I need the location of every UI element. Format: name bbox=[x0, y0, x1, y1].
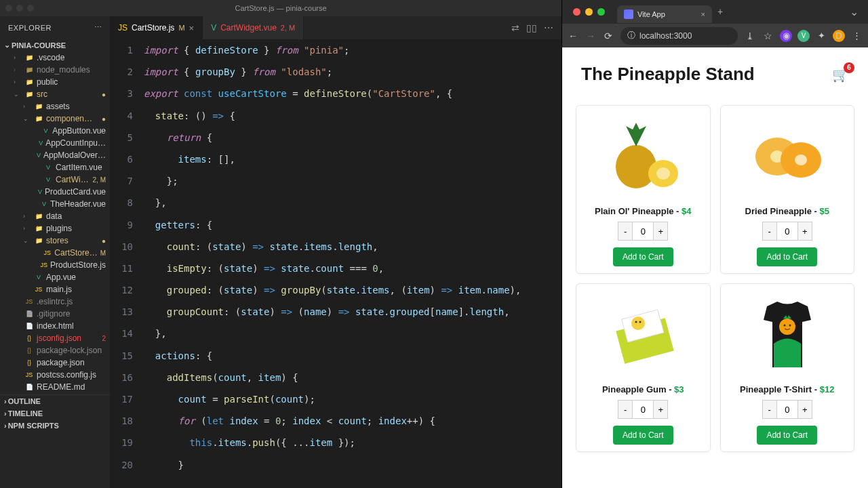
tree-item[interactable]: 📄.gitignore bbox=[0, 308, 110, 320]
star-icon[interactable]: ☆ bbox=[762, 30, 773, 41]
tree-item[interactable]: {}package-lock.json bbox=[0, 344, 110, 357]
qty-minus-button[interactable]: - bbox=[762, 400, 777, 419]
tree-item[interactable]: {}package.json bbox=[0, 357, 110, 369]
more-icon[interactable]: ⋯ bbox=[544, 22, 553, 33]
info-icon[interactable]: ⓘ bbox=[627, 30, 635, 41]
tree-item[interactable]: JSProductStore.js bbox=[0, 259, 110, 271]
chevron-down-icon[interactable]: ⌄ bbox=[850, 5, 863, 18]
quantity-stepper: - + bbox=[728, 400, 848, 419]
tree-item[interactable]: ›📁data bbox=[0, 210, 110, 222]
code-editor[interactable]: 1234567891011121314151617181920 import {… bbox=[110, 39, 561, 488]
code-content: import { defineStore } from "pinia"; imp… bbox=[144, 39, 561, 488]
svg-point-14 bbox=[789, 324, 791, 326]
product-card: Plain Ol' Pineapple - $4 - + Add to Cart bbox=[576, 105, 711, 274]
tree-item[interactable]: ›📁node_modules bbox=[0, 64, 110, 76]
tree-item[interactable]: JSCartStore…M bbox=[0, 247, 110, 259]
browser-traffic bbox=[568, 8, 610, 16]
extensions-icon[interactable]: ✦ bbox=[815, 30, 827, 42]
sidebar: EXPLORER ⋯ ⌄PINIA-COURSE ›📁.vscode›📁node… bbox=[0, 16, 110, 488]
tree-item[interactable]: ›📁.vscode bbox=[0, 52, 110, 64]
tree-item[interactable]: {}jsconfig.json2 bbox=[0, 332, 110, 344]
qty-plus-button[interactable]: + bbox=[653, 400, 668, 419]
tree-item[interactable]: ›📁public bbox=[0, 76, 110, 88]
product-image bbox=[583, 113, 703, 201]
qty-plus-button[interactable]: + bbox=[653, 222, 668, 241]
product-name: Pineapple T-Shirt - $12 bbox=[728, 384, 848, 394]
forward-icon[interactable]: → bbox=[585, 30, 596, 41]
close-icon[interactable]: × bbox=[701, 10, 705, 18]
tree-item[interactable]: VCartWi…2, M bbox=[0, 174, 110, 186]
new-tab-button[interactable]: + bbox=[712, 6, 728, 17]
tab-actions: ⇄ ▯▯ ⋯ bbox=[511, 16, 561, 39]
tree-item[interactable]: JSmain.js bbox=[0, 283, 110, 296]
tree-item[interactable]: VApp.vue bbox=[0, 271, 110, 283]
traffic-lights bbox=[5, 5, 34, 12]
quantity-stepper: - + bbox=[728, 222, 848, 241]
qty-input[interactable] bbox=[777, 222, 797, 241]
favicon-icon bbox=[624, 9, 633, 19]
menu-icon[interactable]: ⋮ bbox=[850, 30, 863, 42]
tree-item[interactable]: JSpostcss.config.js bbox=[0, 369, 110, 381]
qty-input[interactable] bbox=[777, 400, 797, 419]
titlebar: CartStore.js — pinia-course bbox=[0, 0, 561, 16]
diff-icon[interactable]: ⇄ bbox=[511, 22, 519, 33]
cart-badge: 6 bbox=[844, 62, 854, 73]
tree-item[interactable]: ›📁plugins bbox=[0, 222, 110, 235]
url-bar[interactable]: ⓘ localhost:3000 bbox=[620, 27, 738, 45]
npm-header[interactable]: ›NPM SCRIPTS bbox=[0, 420, 110, 432]
tree-item[interactable]: JS.eslintrc.js bbox=[0, 296, 110, 308]
tree-item[interactable]: ⌄📁src● bbox=[0, 88, 110, 100]
tree-item[interactable]: ⌄📁componen…● bbox=[0, 113, 110, 125]
ext-icon[interactable]: ◉ bbox=[780, 30, 792, 42]
quantity-stepper: - + bbox=[583, 400, 703, 419]
reload-icon[interactable]: ⟳ bbox=[603, 30, 614, 41]
qty-minus-button[interactable]: - bbox=[762, 222, 777, 241]
add-to-cart-button[interactable]: Add to Cart bbox=[757, 247, 817, 266]
tree-item[interactable]: VProductCard.vue bbox=[0, 186, 110, 198]
outline-header[interactable]: ›OUTLINE bbox=[0, 394, 110, 407]
back-icon[interactable]: ← bbox=[568, 30, 578, 41]
product-card: Dried Pineapple - $5 - + Add to Cart bbox=[720, 105, 855, 274]
svg-point-2 bbox=[656, 167, 670, 180]
tab-cartstore[interactable]: JS CartStore.js M × bbox=[110, 16, 203, 39]
tree-item[interactable]: VAppCountInpu… bbox=[0, 137, 110, 149]
svg-point-12 bbox=[779, 319, 795, 335]
browser-nav: ← → ⟳ ⓘ localhost:3000 ⤓ ☆ ◉ V ✦ D ⋮ bbox=[562, 23, 868, 47]
add-to-cart-button[interactable]: Add to Cart bbox=[613, 426, 673, 445]
product-name: Plain Ol' Pineapple - $4 bbox=[583, 206, 703, 216]
product-grid: Plain Ol' Pineapple - $4 - + Add to Cart… bbox=[573, 105, 857, 452]
project-header[interactable]: ⌄PINIA-COURSE bbox=[0, 39, 110, 52]
install-icon[interactable]: ⤓ bbox=[745, 30, 755, 41]
qty-input[interactable] bbox=[633, 400, 653, 419]
more-icon[interactable]: ⋯ bbox=[94, 23, 102, 32]
page-content: The Pineapple Stand 🛒6 Plain Ol' Pineapp… bbox=[562, 47, 868, 488]
tree-item[interactable]: 📄index.html bbox=[0, 320, 110, 332]
qty-minus-button[interactable]: - bbox=[618, 400, 633, 419]
browser-tab[interactable]: Vite App × bbox=[617, 5, 712, 23]
add-to-cart-button[interactable]: Add to Cart bbox=[613, 247, 673, 266]
profile-icon[interactable]: D bbox=[833, 30, 845, 42]
vue-devtools-icon[interactable]: V bbox=[797, 30, 810, 42]
qty-plus-button[interactable]: + bbox=[797, 400, 812, 419]
tree-item[interactable]: ›📁assets bbox=[0, 100, 110, 113]
split-icon[interactable]: ▯▯ bbox=[526, 22, 537, 33]
qty-plus-button[interactable]: + bbox=[797, 222, 812, 241]
product-card: Pineapple Gum - $3 - + Add to Cart bbox=[576, 283, 711, 452]
tree-item[interactable]: VAppModalOver… bbox=[0, 149, 110, 161]
svg-point-9 bbox=[631, 317, 645, 330]
product-name: Dried Pineapple - $5 bbox=[728, 206, 848, 216]
tab-cartwidget[interactable]: V CartWidget.vue 2, M bbox=[203, 16, 304, 39]
qty-input[interactable] bbox=[633, 222, 653, 241]
tree-item[interactable]: 📄README.md bbox=[0, 381, 110, 393]
close-icon[interactable]: × bbox=[189, 23, 195, 33]
timeline-header[interactable]: ›TIMELINE bbox=[0, 407, 110, 420]
tree-item[interactable]: ⌄📁stores● bbox=[0, 235, 110, 247]
tree-item[interactable]: VAppButton.vue bbox=[0, 125, 110, 137]
tree-item[interactable]: VCartItem.vue bbox=[0, 161, 110, 174]
qty-minus-button[interactable]: - bbox=[618, 222, 633, 241]
window-title: CartStore.js — pinia-course bbox=[235, 4, 326, 12]
tree-item[interactable]: VTheHeader.vue bbox=[0, 198, 110, 210]
add-to-cart-button[interactable]: Add to Cart bbox=[757, 426, 817, 445]
svg-point-6 bbox=[795, 155, 807, 165]
cart-button[interactable]: 🛒6 bbox=[832, 66, 849, 83]
